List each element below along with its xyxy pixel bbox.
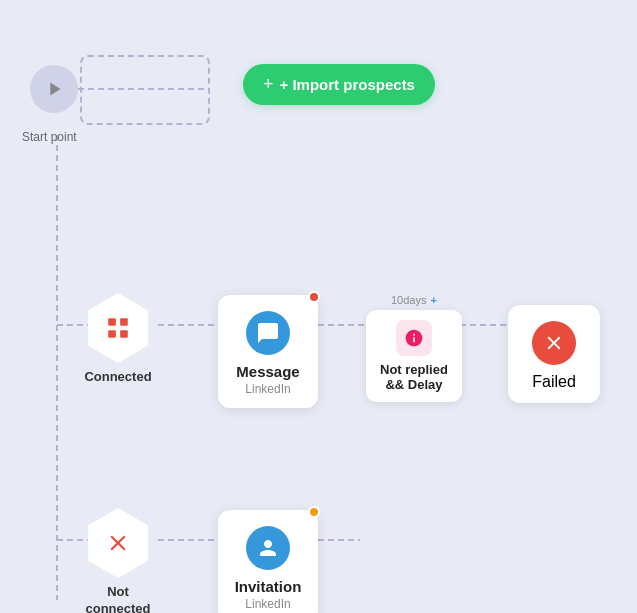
delay-node: 10days + Not replied && Delay [366,294,462,402]
orange-dot-indicator [308,506,320,518]
delay-days-label: 10days [391,294,426,306]
connected-hex-shape [83,293,153,363]
import-button-label: + Import prospects [280,76,415,93]
message-title: Message [236,363,299,380]
delay-title-line1: Not replied [380,362,448,377]
failed-icon [532,321,576,365]
start-point-label: Start point [22,130,77,144]
delay-box: Not replied && Delay [366,310,462,402]
not-connected-node: Not connected [83,508,153,613]
invitation-subtitle: LinkedIn [245,597,290,611]
message-subtitle: LinkedIn [245,382,290,396]
svg-rect-12 [108,330,116,338]
play-icon [30,65,78,113]
not-connected-label: Not connected [85,584,150,613]
message-node: Message LinkedIn [218,295,318,408]
failed-title: Failed [532,373,576,391]
message-icon [246,311,290,355]
start-point [30,65,78,113]
invitation-title: Invitation [235,578,302,595]
connected-label: Connected [84,369,151,386]
red-dot-indicator [308,291,320,303]
connected-node: Connected [83,293,153,386]
invitation-icon [246,526,290,570]
svg-marker-9 [50,83,60,96]
delay-plus-icon: + [430,294,436,306]
svg-rect-10 [108,318,116,326]
failed-node: Failed [508,305,600,403]
import-prospects-button[interactable]: + + Import prospects [243,64,435,105]
invitation-node: Invitation LinkedIn [218,510,318,613]
delay-title-line2: && Delay [385,377,442,392]
svg-rect-11 [120,318,128,326]
start-placeholder [80,55,210,125]
plus-icon: + [263,74,274,95]
not-connected-hex-shape [83,508,153,578]
delay-icon [396,320,432,356]
svg-rect-13 [120,330,128,338]
